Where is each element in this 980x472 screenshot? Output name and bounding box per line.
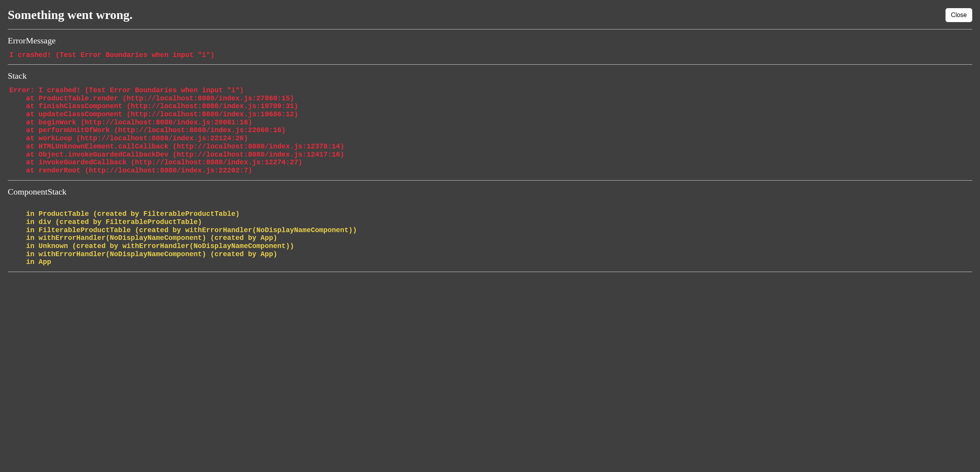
component-stack-heading: ComponentStack [8,187,972,197]
component-stack-content: in ProductTable (created by FilterablePr… [8,202,972,267]
divider [8,29,972,29]
divider [8,272,972,272]
error-message-content: I crashed! (Test Error Boundaries when i… [8,51,972,59]
stack-heading: Stack [8,71,972,81]
stack-content: Error: I crashed! (Test Error Boundaries… [8,86,972,175]
page-title: Something went wrong. [8,8,133,22]
error-header: Something went wrong. Close [8,8,972,22]
divider [8,64,972,65]
error-message-heading: ErrorMessage [8,36,972,46]
divider [8,180,972,181]
close-button[interactable]: Close [945,8,972,22]
